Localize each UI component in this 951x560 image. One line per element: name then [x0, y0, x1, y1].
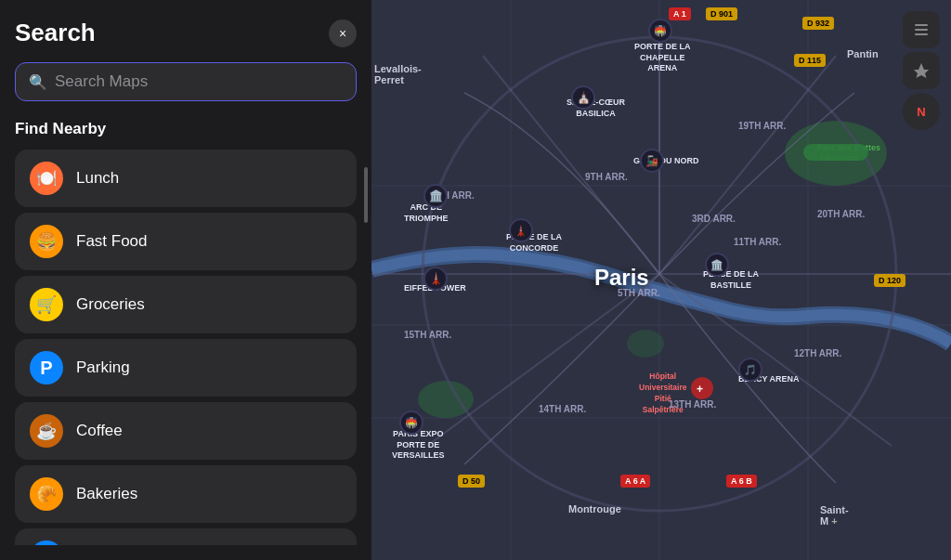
- nearby-item-lunch[interactable]: 🍽️Lunch: [15, 150, 357, 207]
- lunch-icon: 🍽️: [30, 162, 63, 195]
- nearby-item-groceries[interactable]: 🛒Groceries: [15, 276, 357, 333]
- gas-stations-icon: ⛽: [30, 540, 63, 545]
- nearby-item-gas-stations[interactable]: ⛽Gas Stations: [15, 528, 357, 545]
- groceries-icon: 🛒: [30, 288, 63, 321]
- search-container[interactable]: 🔍: [15, 62, 357, 101]
- lunch-label: Lunch: [76, 169, 119, 188]
- sidebar-header: Search ×: [15, 19, 357, 47]
- page-title: Search: [15, 19, 96, 47]
- coffee-icon: ☕: [30, 414, 63, 448]
- scroll-indicator: [364, 167, 368, 223]
- fast-food-icon: 🍔: [30, 225, 63, 258]
- nearby-item-parking[interactable]: PParking: [15, 339, 357, 397]
- bakeries-label: Bakeries: [76, 485, 137, 503]
- map-background: Parc des Buttes Chaumont: [371, 0, 951, 560]
- bakeries-icon: 🥐: [30, 477, 63, 511]
- close-button[interactable]: ×: [329, 20, 357, 47]
- compass-button[interactable]: N: [903, 93, 940, 130]
- parking-label: Parking: [76, 358, 130, 377]
- fast-food-label: Fast Food: [76, 232, 148, 251]
- svg-text:+: +: [697, 383, 703, 396]
- nearby-list: 🍽️Lunch🍔Fast Food🛒GroceriesPParking☕Coff…: [15, 150, 357, 545]
- nearby-item-fast-food[interactable]: 🍔Fast Food: [15, 213, 357, 270]
- find-nearby-label: Find Nearby: [15, 120, 357, 138]
- map-controls: N: [903, 11, 940, 130]
- svg-rect-0: [371, 0, 951, 560]
- svg-point-5: [627, 330, 664, 358]
- layers-button[interactable]: [903, 11, 940, 48]
- svg-rect-19: [803, 144, 868, 161]
- svg-rect-23: [915, 29, 928, 31]
- svg-rect-22: [915, 24, 928, 26]
- nearby-item-coffee[interactable]: ☕Coffee: [15, 402, 357, 460]
- search-input[interactable]: [55, 72, 343, 91]
- location-button[interactable]: [903, 52, 940, 89]
- map-container[interactable]: Parc des Buttes Chaumont: [371, 0, 951, 560]
- sidebar: Search × 🔍 Find Nearby 🍽️Lunch🍔Fast Food…: [0, 0, 371, 560]
- nearby-item-bakeries[interactable]: 🥐Bakeries: [15, 465, 357, 523]
- coffee-label: Coffee: [76, 422, 123, 440]
- svg-point-4: [418, 381, 474, 418]
- parking-icon: P: [30, 351, 63, 384]
- groceries-label: Groceries: [76, 295, 145, 314]
- svg-rect-24: [915, 33, 928, 35]
- search-icon: 🔍: [29, 73, 47, 91]
